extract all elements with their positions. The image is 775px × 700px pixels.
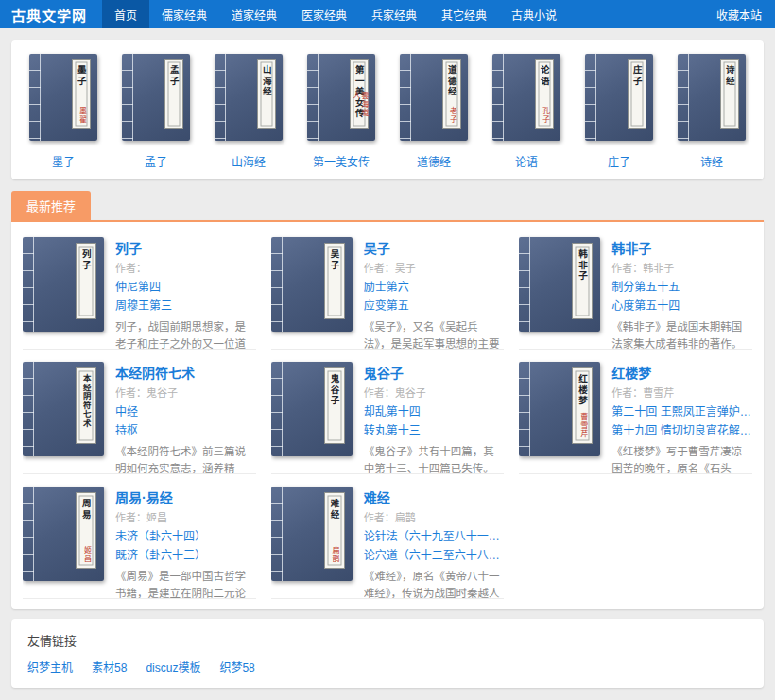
showcase-cover[interactable]: 墨子 墨翟 (29, 54, 97, 141)
book-binding-decoration (215, 54, 226, 141)
book-title-link[interactable]: 吴子 (364, 238, 505, 257)
book-title-link[interactable]: 红楼梦 (611, 363, 752, 382)
favorite-site-link[interactable]: 收藏本站 (703, 0, 775, 28)
nav-item-qita[interactable]: 其它经典 (429, 0, 499, 28)
nav-item-xiaoshuo[interactable]: 古典小说 (499, 0, 569, 28)
friend-link[interactable]: 织梦58 (219, 658, 254, 674)
book-binding-decoration (307, 54, 319, 141)
book-spine-title: 庄子 (632, 65, 642, 128)
showcase-cover[interactable]: 诗经 (678, 54, 746, 141)
chapter-link[interactable]: 却乱第十四 (364, 402, 505, 421)
book-spine-label: 论语 孔子 (535, 59, 554, 129)
book-title-link[interactable]: 本经阴符七术 (115, 363, 256, 382)
showcase-book-link[interactable]: 第一美女传 (313, 153, 370, 169)
nav-item-rujia[interactable]: 儒家经典 (149, 0, 219, 28)
book-info: 韩非子 作者：韩非子 制分第五十五 心度第五十四 《韩非子》是战国末期韩国法家集… (611, 237, 752, 339)
book-title-link[interactable]: 列子 (115, 238, 256, 257)
book-author: 作者：扁鹊 (364, 509, 505, 524)
showcase-cover[interactable]: 论语 孔子 (492, 54, 560, 141)
book-spine-author: 孔子 (541, 107, 549, 124)
book-binding-decoration (23, 237, 34, 332)
book-title-link[interactable]: 鬼谷子 (364, 363, 505, 382)
chapter-link[interactable]: 中经 (115, 402, 256, 421)
friend-link[interactable]: discuz模板 (146, 658, 200, 674)
friend-link[interactable]: 素材58 (92, 658, 127, 674)
book-cover-thumbnail[interactable]: 鬼谷子 (271, 362, 353, 456)
book-title-link[interactable]: 韩非子 (611, 238, 752, 257)
book-title-link[interactable]: 周易·易经 (115, 487, 256, 506)
book-cover-thumbnail[interactable]: 韩非子 (519, 237, 600, 332)
tab-latest-recommend[interactable]: 最新推荐 (11, 191, 91, 220)
chapter-link[interactable]: 第二十回 王熙凤正言弹妒意 林黛玉 (611, 402, 752, 421)
nav-item-bingjia[interactable]: 兵家经典 (359, 0, 429, 28)
book-cover-thumbnail[interactable]: 吴子 (271, 237, 353, 332)
book-binding-decoration (271, 362, 283, 456)
book-binding-decoration (519, 237, 530, 332)
chapter-link[interactable]: 转丸第十三 (364, 421, 505, 440)
showcase-book-link[interactable]: 山海经 (232, 153, 266, 169)
nav-item-yijia[interactable]: 医家经典 (289, 0, 359, 28)
showcase-cover[interactable]: 庄子 (585, 54, 653, 141)
chapter-link[interactable]: 第十九回 情切切良宵花解语 意绵绵静 (611, 421, 752, 440)
showcase-book: 论语 孔子 论语 (480, 54, 573, 168)
site-brand: 古典文学网 (0, 0, 102, 28)
nav-spacer (569, 0, 703, 28)
book-binding-decoration (678, 54, 689, 141)
showcase-book: 墨子 墨翟 墨子 (17, 54, 110, 168)
book-info: 列子 作者： 仲尼第四 周穆王第三 列子，战国前期思想家，是老子和庄子之外的又一… (115, 237, 256, 339)
friend-link[interactable]: 织梦主机 (27, 658, 73, 674)
book-binding-decoration (271, 237, 283, 332)
book-info: 本经阴符七术 作者：鬼谷子 中经 持枢 《本经阴符七术》前三篇说明如何充实意志，… (115, 362, 256, 464)
showcase-cover[interactable]: 孟子 (122, 54, 190, 141)
chapter-link[interactable]: 周穆王第三 (115, 297, 256, 316)
showcase-book-link[interactable]: 道德经 (417, 153, 451, 169)
book-cover-thumbnail[interactable]: 难经 扁鹊 (271, 487, 353, 581)
showcase-cover[interactable]: 第一美女传 雲海道人 (307, 54, 375, 141)
book-spine-title: 孟子 (169, 65, 179, 128)
chapter-link[interactable]: 论穴道（六十二至六十八难） (364, 546, 505, 565)
showcase-book: 道德经 老子 道德经 (388, 54, 480, 168)
chapter-link[interactable]: 仲尼第四 (115, 278, 256, 297)
book-spine-title: 山海经 (262, 65, 271, 128)
book-card: 吴子 吴子 作者：吴子 励士第六 应变第五 《吴子》，又名《吴起兵法》，是吴起军… (271, 233, 505, 350)
chapter-link[interactable]: 制分第五十五 (611, 278, 752, 297)
book-info: 吴子 作者：吴子 励士第六 应变第五 《吴子》，又名《吴起兵法》，是吴起军事思想… (364, 237, 505, 339)
showcase-cover[interactable]: 山海经 (215, 54, 283, 141)
chapter-link[interactable]: 励士第六 (364, 278, 505, 297)
chapter-link[interactable]: 既济（卦六十三） (115, 546, 256, 565)
showcase-book: 孟子 孟子 (110, 54, 202, 168)
book-binding-decoration (519, 362, 530, 456)
book-spine-label: 山海经 (257, 59, 276, 129)
book-description: 《周易》是一部中国古哲学书籍，是建立在阴阳二元论基础上对事物运行规律加以论证和描… (115, 569, 256, 599)
book-cover-thumbnail[interactable]: 列子 (23, 237, 104, 332)
showcase-book-link[interactable]: 庄子 (608, 153, 630, 169)
book-spine-title: 吴子 (330, 249, 339, 318)
book-binding-decoration (23, 487, 34, 581)
showcase-cover[interactable]: 道德经 老子 (400, 54, 468, 141)
latest-recommend-panel: 列子 列子 作者： 仲尼第四 周穆王第三 列子，战国前期思想家，是老子和庄子之外… (11, 220, 764, 609)
chapter-link[interactable]: 应变第五 (364, 297, 505, 316)
showcase-book-link[interactable]: 墨子 (52, 153, 75, 169)
book-spine-author: 扁鹊 (330, 546, 338, 563)
chapter-link[interactable]: 未济（卦六十四） (115, 527, 256, 546)
showcase-book-link[interactable]: 诗经 (700, 153, 723, 169)
chapter-link[interactable]: 心度第五十四 (611, 297, 752, 316)
nav-item-daojia[interactable]: 道家经典 (219, 0, 289, 28)
friend-links-title: 友情链接 (27, 631, 748, 649)
book-cover-thumbnail[interactable]: 周易 姬昌 (23, 487, 104, 581)
book-cover-thumbnail[interactable]: 本经阴符七术 (23, 362, 104, 456)
book-spine-title: 韩非子 (578, 249, 588, 318)
book-author: 作者：鬼谷子 (115, 384, 256, 400)
book-author: 作者：鬼谷子 (364, 384, 505, 400)
chapter-link[interactable]: 论针法（六十九至八十一难） (364, 527, 505, 546)
showcase-book-link[interactable]: 论语 (515, 153, 538, 169)
book-binding-decoration (29, 54, 41, 141)
chapter-link[interactable]: 持枢 (115, 421, 256, 440)
book-title-link[interactable]: 难经 (364, 487, 505, 506)
nav-item-home[interactable]: 首页 (102, 0, 149, 28)
book-binding-decoration (271, 487, 283, 581)
book-cover-thumbnail[interactable]: 红楼梦 曹雪芹 (519, 362, 600, 456)
book-info: 周易·易经 作者：姬昌 未济（卦六十四） 既济（卦六十三） 《周易》是一部中国古… (115, 487, 256, 589)
showcase-book-link[interactable]: 孟子 (145, 153, 167, 169)
book-spine-label: 难经 扁鹊 (324, 492, 345, 569)
